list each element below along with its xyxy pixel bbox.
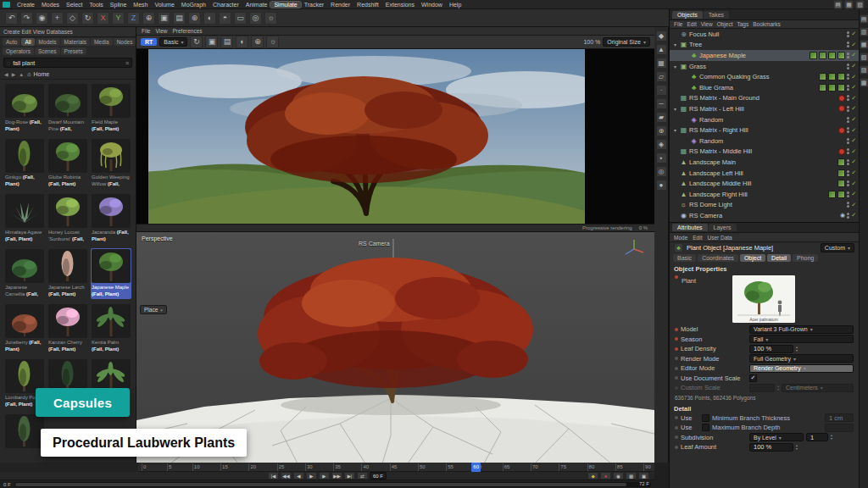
object-row-blue-grama[interactable]: ♣Blue Grama✓ — [670, 82, 859, 93]
undo-icon[interactable]: ↶ — [5, 12, 18, 25]
param-number-field[interactable] — [749, 384, 775, 392]
asset-tab-all[interactable]: All — [21, 38, 34, 46]
enabled-check-icon[interactable]: ✓ — [851, 127, 856, 134]
environment-icon[interactable]: ◓ — [219, 12, 231, 25]
tab-layers[interactable]: Layers — [709, 224, 737, 231]
filter-icon[interactable]: ≡ — [125, 60, 129, 66]
enabled-check-icon[interactable]: ✓ — [851, 84, 856, 91]
timeline-tick-50[interactable]: 50 — [418, 463, 426, 471]
camera-tag-icon[interactable]: ◉ — [840, 212, 845, 219]
object-row-common-quaking-grass[interactable]: ♣Common Quaking Grass✓ — [670, 71, 859, 82]
param-number-field[interactable]: 100 % — [749, 443, 793, 452]
timeline-tick-35[interactable]: 35 — [333, 463, 341, 471]
param-number-field[interactable] — [825, 424, 854, 432]
menu-help[interactable]: Help — [446, 2, 465, 8]
up-icon[interactable]: ▲ — [19, 72, 25, 77]
object-row-random[interactable]: ◈Random✓ — [670, 136, 859, 147]
material-tag[interactable] — [819, 73, 826, 80]
asset-menu-create[interactable]: Create — [3, 29, 20, 35]
enabled-check-icon[interactable]: ✓ — [851, 202, 856, 208]
loop-button[interactable]: ⇄ — [357, 472, 368, 480]
menu-character[interactable]: Character — [209, 2, 242, 8]
enabled-check-icon[interactable]: ✓ — [851, 74, 856, 80]
menu-select[interactable]: Select — [63, 2, 86, 8]
attr-menu-edit[interactable]: Edit — [693, 235, 702, 241]
section-tab-object[interactable]: Object — [740, 254, 765, 262]
live-selection-icon[interactable]: ◉ — [36, 12, 48, 25]
enabled-check-icon[interactable]: ✓ — [851, 42, 856, 48]
y-axis-button[interactable]: Y — [112, 12, 125, 25]
enabled-check-icon[interactable]: ✓ — [851, 191, 856, 197]
texture-mode-icon[interactable]: ▦ — [656, 58, 667, 69]
points-mode-icon[interactable]: ∙ — [656, 85, 667, 96]
tab-attributes[interactable]: Attributes — [672, 224, 708, 231]
compare-icon[interactable]: ▤ — [220, 36, 233, 48]
param-checkbox[interactable] — [702, 424, 709, 431]
object-menu-file[interactable]: File — [674, 21, 682, 27]
range-start-label[interactable]: 0 F — [3, 482, 11, 487]
menu-create[interactable]: Create — [14, 2, 38, 8]
visibility-dot[interactable] — [847, 95, 849, 97]
render-view-canvas[interactable] — [136, 49, 654, 224]
timeline-ruler[interactable]: 05101520253035404550556060657075808590 — [138, 463, 654, 472]
visibility-dot[interactable] — [847, 64, 849, 66]
layout-b-icon[interactable]: ▥ — [860, 27, 868, 36]
material-tag[interactable] — [819, 84, 826, 92]
rt-button[interactable]: RT — [141, 38, 157, 46]
asset-plant-dwarf-mountain-pine[interactable]: Dwarf Mountain Pine (Fall, Plant) — [47, 83, 88, 134]
redshift-tag-icon[interactable] — [838, 95, 845, 102]
visibility-dot[interactable] — [847, 148, 849, 151]
keyframe-selection-button[interactable]: ▦ — [626, 472, 637, 480]
edges-mode-icon[interactable]: ─ — [656, 98, 667, 109]
custom-preset-select[interactable]: Custom▾ — [821, 243, 854, 252]
asset-plant-golden-weeping-willow[interactable]: Golden Weeping Willow (Fall, Plant) — [91, 138, 131, 189]
material-tag[interactable] — [828, 84, 836, 92]
asset-plant-field-maple[interactable]: Field Maple (Fall, Plant) — [91, 83, 131, 134]
timeline-tick-65[interactable]: 65 — [503, 463, 510, 471]
visibility-dot[interactable] — [847, 67, 849, 69]
timeline-tick-90[interactable]: 90 — [643, 463, 651, 471]
param-dropdown[interactable]: Fall▾ — [749, 335, 854, 343]
object-row-rs-camera[interactable]: ◉RS Camera◉✓ — [670, 210, 859, 221]
visibility-dot[interactable] — [847, 88, 849, 91]
redshift-tag-icon[interactable] — [838, 148, 845, 155]
material-tag[interactable] — [828, 52, 836, 59]
back-icon[interactable]: ◀ — [4, 71, 9, 77]
material-tag[interactable] — [828, 73, 836, 80]
search-input[interactable] — [13, 60, 123, 66]
param-number-field[interactable]: 1 — [806, 433, 828, 441]
asset-plant-kanzan-cherry[interactable]: Kanzan Cherry (Fall, Plant) — [47, 303, 88, 354]
object-row-tree[interactable]: ▾▣Tree✓ — [670, 40, 859, 51]
material-tag[interactable] — [837, 84, 845, 92]
refresh-render-icon[interactable]: ↻ — [190, 36, 203, 48]
param-dropdown[interactable]: By Level▾ — [749, 433, 804, 441]
expand-arrow[interactable]: ▾ — [672, 64, 678, 69]
object-row-landscape-middle-hill[interactable]: ▲Landscape Middle Hill✓ — [670, 178, 859, 189]
visibility-dot[interactable] — [847, 109, 849, 112]
spinner-arrows[interactable]: ▴▾ — [796, 444, 798, 451]
model-mode-icon[interactable]: ▲ — [656, 44, 667, 55]
camera-icon[interactable]: ◎ — [249, 12, 262, 25]
redshift-tag-icon[interactable] — [838, 105, 845, 112]
spinner-arrows[interactable]: ▴▾ — [777, 385, 779, 391]
asset-plant-japanese-larch[interactable]: Japanese Larch (Fall, Plant) — [47, 248, 88, 299]
menu-mesh[interactable]: Mesh — [130, 2, 151, 8]
tab-objects[interactable]: Objects — [672, 11, 703, 19]
visibility-dot[interactable] — [847, 45, 849, 47]
layout-a-icon[interactable]: ▤ — [860, 14, 868, 24]
visibility-dot[interactable] — [847, 127, 849, 130]
range-fill[interactable] — [15, 483, 626, 486]
layout-c-icon[interactable]: ▦ — [860, 40, 868, 49]
layout-panel-icon[interactable]: ▤ — [833, 0, 843, 9]
viewport-solo-icon[interactable]: ◎ — [656, 166, 667, 177]
object-menu-tags[interactable]: Tags — [737, 21, 748, 27]
enabled-check-icon[interactable]: ✓ — [851, 95, 856, 102]
object-row-rs-matrix-middle-hill[interactable]: ▦RS Matrix - Middle Hill✓ — [670, 147, 859, 158]
timeline-tick-85[interactable]: 85 — [615, 463, 623, 471]
material-tag[interactable] — [837, 180, 845, 187]
enabled-check-icon[interactable]: ✓ — [851, 105, 856, 112]
prev-key-button[interactable]: ◀◀ — [281, 472, 292, 480]
visibility-dot[interactable] — [847, 98, 849, 101]
enabled-check-icon[interactable]: ✓ — [851, 137, 856, 144]
visibility-dot[interactable] — [847, 53, 849, 55]
